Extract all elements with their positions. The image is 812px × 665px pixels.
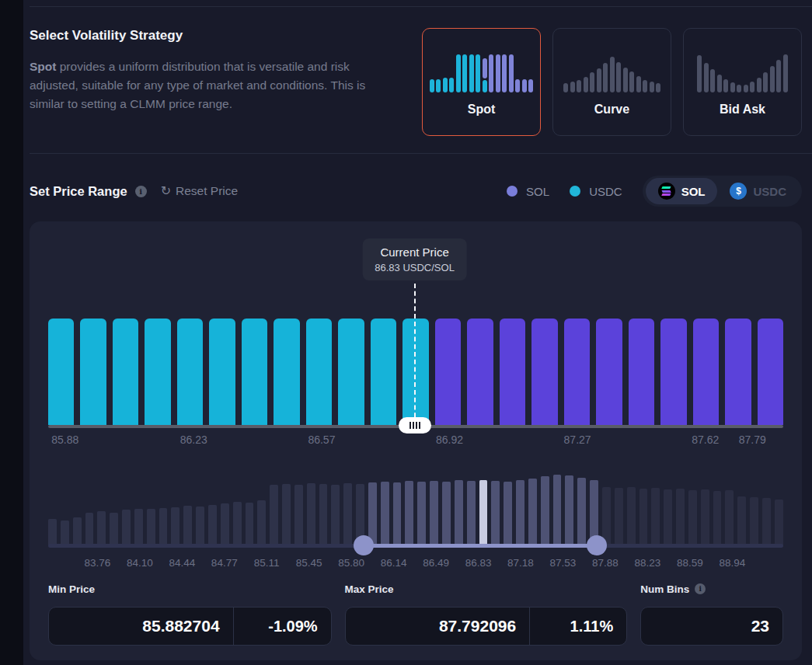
- overview-bar: [467, 481, 476, 545]
- strategy-card-curve[interactable]: Curve: [552, 28, 671, 136]
- overview-bar: [651, 488, 660, 545]
- icon-bar: [704, 63, 709, 92]
- icon-bar: [616, 62, 621, 92]
- overview-bar: [602, 487, 611, 545]
- min-price-label: Min Price: [48, 583, 95, 595]
- strategy-card-label: Spot: [468, 103, 496, 117]
- bidask-strategy-icon: [697, 47, 788, 92]
- overview-bar: [122, 510, 131, 545]
- strategy-card-spot[interactable]: Spot: [422, 28, 541, 136]
- icon-bar: [577, 80, 581, 92]
- icon-bar: [763, 72, 768, 92]
- overview-bar: [171, 507, 179, 545]
- range-tick-label: 85.80: [338, 557, 364, 569]
- icon-bar: [528, 79, 533, 92]
- axis-tick-label: 87.79: [739, 433, 766, 446]
- overview-bar: [319, 484, 328, 545]
- spot-strategy-icon: [430, 47, 534, 92]
- icon-bar: [522, 79, 527, 92]
- current-price-grip-handle[interactable]: [399, 417, 431, 433]
- bin-bar: [371, 319, 396, 425]
- page-background: Select Volatility Strategy Spot provides…: [0, 0, 812, 665]
- icon-bar: [776, 60, 781, 92]
- icon-bar: [770, 66, 775, 92]
- axis-tick-label: 87.62: [692, 433, 719, 446]
- sol-legend-label: SOL: [526, 185, 549, 198]
- icon-bar: [597, 68, 601, 92]
- info-icon[interactable]: i: [135, 186, 147, 197]
- overview-bar: [442, 482, 451, 545]
- strategy-cards: Spot Curve Bid Ask: [422, 28, 802, 136]
- bin-bar: [629, 319, 654, 425]
- range-slider-selected-track: [364, 544, 597, 548]
- axis-tick-label: 86.92: [436, 433, 463, 446]
- strategy-card-bidask[interactable]: Bid Ask: [683, 28, 802, 136]
- legend-item-sol: SOL: [507, 185, 549, 198]
- max-price-label: Max Price: [345, 583, 394, 595]
- bin-bar: [660, 319, 686, 425]
- token-legend: SOL USDC: [507, 185, 622, 198]
- strategy-card-label: Curve: [594, 103, 629, 117]
- overview-bar: [664, 489, 672, 545]
- icon-bar: [603, 63, 608, 92]
- icon-bar: [744, 85, 748, 92]
- num-bins-info-icon[interactable]: i: [695, 583, 706, 594]
- toggle-option-sol[interactable]: SOL: [646, 178, 718, 204]
- strategy-section-title: Select Volatility Strategy: [30, 28, 396, 44]
- overview-bar: [577, 478, 586, 545]
- axis-tick-label: 85.88: [51, 433, 78, 446]
- num-bins-input[interactable]: 23: [641, 617, 782, 635]
- strategy-description: Spot provides a uniform distribution tha…: [30, 57, 396, 113]
- range-tick-label: 85.45: [296, 557, 322, 569]
- range-tick-label: 84.77: [211, 557, 238, 569]
- max-price-input[interactable]: 87.792096: [346, 617, 530, 635]
- overview-bar: [528, 479, 537, 545]
- overview-bar: [701, 489, 709, 545]
- overview-bar: [196, 507, 204, 545]
- icon-bar: [584, 77, 588, 92]
- range-slider-max-handle[interactable]: [587, 535, 607, 555]
- overview-bar: [307, 483, 315, 545]
- liquidity-bins-chart: [48, 319, 783, 425]
- icon-bar: [656, 83, 660, 92]
- icon-bar: [643, 80, 647, 92]
- axis-tick-label: 86.57: [308, 433, 335, 446]
- icon-bar: [629, 71, 634, 92]
- bin-bar: [113, 319, 138, 425]
- overview-bar: [368, 482, 377, 545]
- bin-bar: [435, 319, 461, 425]
- overview-bar: [97, 511, 106, 545]
- overview-bar: [393, 482, 402, 545]
- overview-bar: [516, 480, 524, 545]
- num-bins-field: Num Bins i 23: [640, 583, 783, 646]
- icon-bar: [515, 79, 520, 92]
- overview-bar: [257, 500, 266, 545]
- overview-bar: [713, 491, 722, 545]
- icon-bar: [737, 85, 741, 92]
- overview-bar: [417, 482, 426, 545]
- range-tick-label: 87.53: [550, 557, 577, 569]
- icon-bar: [636, 76, 641, 92]
- bin-bar: [693, 319, 719, 425]
- overview-bar: [615, 488, 623, 545]
- bin-bar: [467, 319, 493, 425]
- bin-bar: [209, 319, 235, 425]
- range-tick-label: 83.76: [84, 557, 110, 569]
- range-tick-label: 88.59: [677, 557, 703, 569]
- overview-bar: [85, 513, 94, 545]
- range-axis-labels: 83.7684.1084.4484.7785.1185.4585.8086.14…: [48, 557, 783, 571]
- max-price-percent: 1.11%: [530, 618, 626, 635]
- icon-bar: [717, 75, 722, 92]
- current-price-title: Current Price: [375, 245, 455, 259]
- toggle-option-usdc[interactable]: $ USDC: [717, 178, 799, 204]
- reset-price-button[interactable]: ↻ Reset Price: [161, 184, 239, 198]
- icon-bar: [610, 57, 615, 92]
- icon-bar: [509, 54, 514, 92]
- overview-bar: [504, 482, 512, 545]
- icon-bar: [563, 83, 568, 92]
- strategy-card-label: Bid Ask: [720, 103, 765, 117]
- icon-bar: [456, 54, 461, 92]
- min-price-input[interactable]: 85.882704: [49, 617, 233, 635]
- overview-bar: [183, 506, 192, 545]
- range-slider-min-handle[interactable]: [354, 535, 374, 555]
